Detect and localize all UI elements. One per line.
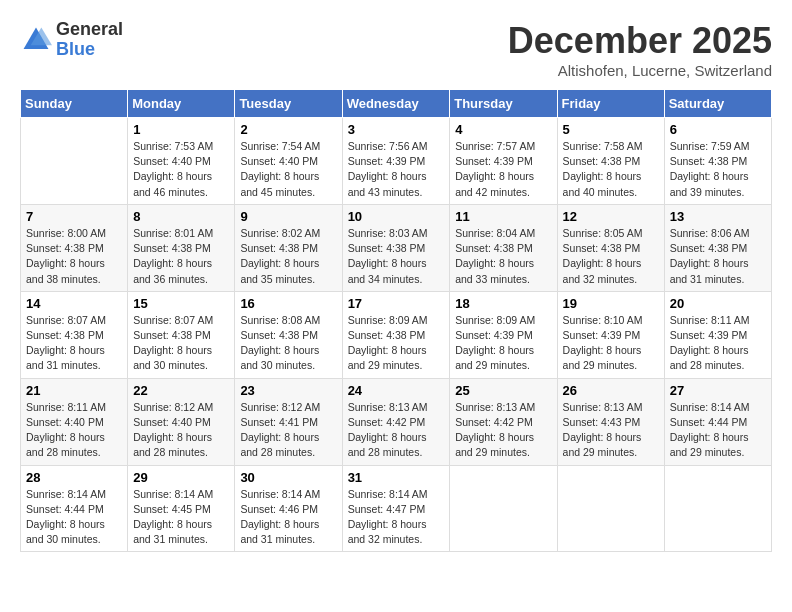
day-info: Sunrise: 8:00 AM Sunset: 4:38 PM Dayligh… bbox=[26, 226, 122, 287]
day-number: 13 bbox=[670, 209, 766, 224]
day-info: Sunrise: 7:54 AM Sunset: 4:40 PM Dayligh… bbox=[240, 139, 336, 200]
page-header: General Blue December 2025 Altishofen, L… bbox=[20, 20, 772, 79]
day-info: Sunrise: 8:11 AM Sunset: 4:40 PM Dayligh… bbox=[26, 400, 122, 461]
col-saturday: Saturday bbox=[664, 90, 771, 118]
day-number: 18 bbox=[455, 296, 551, 311]
col-friday: Friday bbox=[557, 90, 664, 118]
table-row: 18Sunrise: 8:09 AM Sunset: 4:39 PM Dayli… bbox=[450, 291, 557, 378]
day-info: Sunrise: 8:14 AM Sunset: 4:44 PM Dayligh… bbox=[670, 400, 766, 461]
day-info: Sunrise: 7:59 AM Sunset: 4:38 PM Dayligh… bbox=[670, 139, 766, 200]
calendar-week-row: 1Sunrise: 7:53 AM Sunset: 4:40 PM Daylig… bbox=[21, 118, 772, 205]
table-row: 23Sunrise: 8:12 AM Sunset: 4:41 PM Dayli… bbox=[235, 378, 342, 465]
logo-icon bbox=[20, 24, 52, 56]
location-text: Altishofen, Lucerne, Switzerland bbox=[508, 62, 772, 79]
day-info: Sunrise: 8:12 AM Sunset: 4:41 PM Dayligh… bbox=[240, 400, 336, 461]
day-number: 6 bbox=[670, 122, 766, 137]
day-info: Sunrise: 8:11 AM Sunset: 4:39 PM Dayligh… bbox=[670, 313, 766, 374]
col-wednesday: Wednesday bbox=[342, 90, 450, 118]
day-number: 9 bbox=[240, 209, 336, 224]
day-info: Sunrise: 8:09 AM Sunset: 4:39 PM Dayligh… bbox=[455, 313, 551, 374]
table-row: 24Sunrise: 8:13 AM Sunset: 4:42 PM Dayli… bbox=[342, 378, 450, 465]
calendar-week-row: 14Sunrise: 8:07 AM Sunset: 4:38 PM Dayli… bbox=[21, 291, 772, 378]
day-number: 5 bbox=[563, 122, 659, 137]
col-sunday: Sunday bbox=[21, 90, 128, 118]
table-row: 11Sunrise: 8:04 AM Sunset: 4:38 PM Dayli… bbox=[450, 204, 557, 291]
day-info: Sunrise: 7:56 AM Sunset: 4:39 PM Dayligh… bbox=[348, 139, 445, 200]
table-row bbox=[557, 465, 664, 552]
day-number: 30 bbox=[240, 470, 336, 485]
calendar-week-row: 7Sunrise: 8:00 AM Sunset: 4:38 PM Daylig… bbox=[21, 204, 772, 291]
table-row: 21Sunrise: 8:11 AM Sunset: 4:40 PM Dayli… bbox=[21, 378, 128, 465]
logo-blue-text: Blue bbox=[56, 39, 95, 59]
table-row: 6Sunrise: 7:59 AM Sunset: 4:38 PM Daylig… bbox=[664, 118, 771, 205]
col-monday: Monday bbox=[128, 90, 235, 118]
table-row bbox=[664, 465, 771, 552]
table-row: 9Sunrise: 8:02 AM Sunset: 4:38 PM Daylig… bbox=[235, 204, 342, 291]
calendar-header-row: Sunday Monday Tuesday Wednesday Thursday… bbox=[21, 90, 772, 118]
day-info: Sunrise: 8:12 AM Sunset: 4:40 PM Dayligh… bbox=[133, 400, 229, 461]
col-thursday: Thursday bbox=[450, 90, 557, 118]
day-number: 29 bbox=[133, 470, 229, 485]
day-info: Sunrise: 8:05 AM Sunset: 4:38 PM Dayligh… bbox=[563, 226, 659, 287]
day-number: 28 bbox=[26, 470, 122, 485]
day-info: Sunrise: 7:53 AM Sunset: 4:40 PM Dayligh… bbox=[133, 139, 229, 200]
calendar-week-row: 28Sunrise: 8:14 AM Sunset: 4:44 PM Dayli… bbox=[21, 465, 772, 552]
table-row: 20Sunrise: 8:11 AM Sunset: 4:39 PM Dayli… bbox=[664, 291, 771, 378]
day-number: 21 bbox=[26, 383, 122, 398]
day-number: 16 bbox=[240, 296, 336, 311]
day-info: Sunrise: 8:13 AM Sunset: 4:42 PM Dayligh… bbox=[455, 400, 551, 461]
table-row: 29Sunrise: 8:14 AM Sunset: 4:45 PM Dayli… bbox=[128, 465, 235, 552]
day-info: Sunrise: 8:14 AM Sunset: 4:46 PM Dayligh… bbox=[240, 487, 336, 548]
day-info: Sunrise: 8:07 AM Sunset: 4:38 PM Dayligh… bbox=[133, 313, 229, 374]
day-info: Sunrise: 8:02 AM Sunset: 4:38 PM Dayligh… bbox=[240, 226, 336, 287]
day-number: 7 bbox=[26, 209, 122, 224]
table-row: 3Sunrise: 7:56 AM Sunset: 4:39 PM Daylig… bbox=[342, 118, 450, 205]
table-row: 4Sunrise: 7:57 AM Sunset: 4:39 PM Daylig… bbox=[450, 118, 557, 205]
table-row: 1Sunrise: 7:53 AM Sunset: 4:40 PM Daylig… bbox=[128, 118, 235, 205]
table-row: 26Sunrise: 8:13 AM Sunset: 4:43 PM Dayli… bbox=[557, 378, 664, 465]
day-number: 8 bbox=[133, 209, 229, 224]
table-row: 2Sunrise: 7:54 AM Sunset: 4:40 PM Daylig… bbox=[235, 118, 342, 205]
day-info: Sunrise: 8:01 AM Sunset: 4:38 PM Dayligh… bbox=[133, 226, 229, 287]
logo-general-text: General bbox=[56, 19, 123, 39]
table-row: 14Sunrise: 8:07 AM Sunset: 4:38 PM Dayli… bbox=[21, 291, 128, 378]
day-number: 15 bbox=[133, 296, 229, 311]
day-number: 10 bbox=[348, 209, 445, 224]
logo: General Blue bbox=[20, 20, 123, 60]
day-number: 22 bbox=[133, 383, 229, 398]
col-tuesday: Tuesday bbox=[235, 90, 342, 118]
day-number: 1 bbox=[133, 122, 229, 137]
title-block: December 2025 Altishofen, Lucerne, Switz… bbox=[508, 20, 772, 79]
table-row: 10Sunrise: 8:03 AM Sunset: 4:38 PM Dayli… bbox=[342, 204, 450, 291]
table-row: 15Sunrise: 8:07 AM Sunset: 4:38 PM Dayli… bbox=[128, 291, 235, 378]
day-info: Sunrise: 8:04 AM Sunset: 4:38 PM Dayligh… bbox=[455, 226, 551, 287]
day-info: Sunrise: 8:07 AM Sunset: 4:38 PM Dayligh… bbox=[26, 313, 122, 374]
day-info: Sunrise: 7:58 AM Sunset: 4:38 PM Dayligh… bbox=[563, 139, 659, 200]
table-row: 12Sunrise: 8:05 AM Sunset: 4:38 PM Dayli… bbox=[557, 204, 664, 291]
day-number: 12 bbox=[563, 209, 659, 224]
table-row: 13Sunrise: 8:06 AM Sunset: 4:38 PM Dayli… bbox=[664, 204, 771, 291]
day-number: 27 bbox=[670, 383, 766, 398]
day-info: Sunrise: 8:10 AM Sunset: 4:39 PM Dayligh… bbox=[563, 313, 659, 374]
table-row: 19Sunrise: 8:10 AM Sunset: 4:39 PM Dayli… bbox=[557, 291, 664, 378]
table-row bbox=[450, 465, 557, 552]
day-number: 4 bbox=[455, 122, 551, 137]
table-row: 8Sunrise: 8:01 AM Sunset: 4:38 PM Daylig… bbox=[128, 204, 235, 291]
table-row: 30Sunrise: 8:14 AM Sunset: 4:46 PM Dayli… bbox=[235, 465, 342, 552]
day-info: Sunrise: 8:06 AM Sunset: 4:38 PM Dayligh… bbox=[670, 226, 766, 287]
day-info: Sunrise: 8:14 AM Sunset: 4:44 PM Dayligh… bbox=[26, 487, 122, 548]
day-number: 24 bbox=[348, 383, 445, 398]
day-number: 19 bbox=[563, 296, 659, 311]
day-number: 14 bbox=[26, 296, 122, 311]
table-row: 7Sunrise: 8:00 AM Sunset: 4:38 PM Daylig… bbox=[21, 204, 128, 291]
table-row: 17Sunrise: 8:09 AM Sunset: 4:38 PM Dayli… bbox=[342, 291, 450, 378]
day-number: 31 bbox=[348, 470, 445, 485]
table-row bbox=[21, 118, 128, 205]
calendar-week-row: 21Sunrise: 8:11 AM Sunset: 4:40 PM Dayli… bbox=[21, 378, 772, 465]
day-number: 3 bbox=[348, 122, 445, 137]
day-number: 11 bbox=[455, 209, 551, 224]
table-row: 22Sunrise: 8:12 AM Sunset: 4:40 PM Dayli… bbox=[128, 378, 235, 465]
table-row: 28Sunrise: 8:14 AM Sunset: 4:44 PM Dayli… bbox=[21, 465, 128, 552]
calendar-table: Sunday Monday Tuesday Wednesday Thursday… bbox=[20, 89, 772, 552]
day-info: Sunrise: 8:13 AM Sunset: 4:42 PM Dayligh… bbox=[348, 400, 445, 461]
